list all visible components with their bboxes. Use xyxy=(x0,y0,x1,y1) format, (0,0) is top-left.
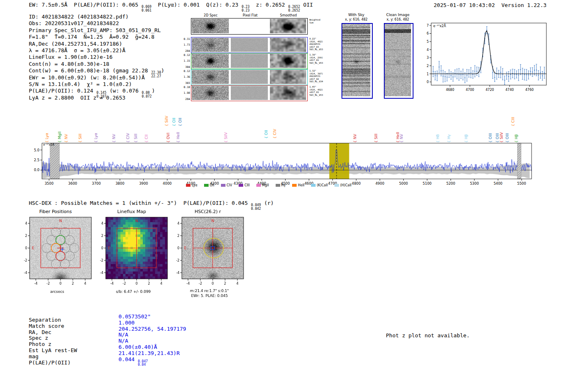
spectral-line-label: { SiIV xyxy=(224,132,228,143)
version-label: Version 1.22.3 xyxy=(502,2,547,8)
spectral-line-label: { OII xyxy=(178,118,182,126)
hsc-cutout-panel: HSC(26.2) r -4-4-2-2002244NE m:21.4 re:1… xyxy=(169,208,247,301)
spectral-line-label: { SiIV xyxy=(499,132,504,143)
match-field-value: 21.41(21.39,21.43)R xyxy=(118,350,180,357)
svg-text:3900: 3900 xyxy=(139,181,148,186)
cutout-row-annotation: 1.32"(614, 307)20220531v017_02503_RL_034 xyxy=(309,70,328,83)
spectral-line-label: { CIV xyxy=(273,129,277,139)
svg-text:2: 2 xyxy=(224,282,226,285)
svg-text:-4: -4 xyxy=(176,271,179,275)
smoothed-cutout xyxy=(270,38,306,52)
spectral-line-label: { Hβ xyxy=(464,134,468,143)
spectral-line-label: { OII xyxy=(264,130,268,139)
flat-cutout xyxy=(231,19,268,33)
legend-label: (H)CaII xyxy=(340,183,351,187)
fiber-positions-title: Fiber Positions xyxy=(16,208,95,214)
svg-text:5200: 5200 xyxy=(446,181,455,186)
flat-cutout xyxy=(231,54,268,68)
cutout-row-stats: 0.121.36303 xyxy=(179,70,190,84)
match-field-label: Spec z xyxy=(29,335,118,341)
svg-text:2: 2 xyxy=(427,64,429,68)
timestamp: 2025-01-07 10:43:02 xyxy=(434,2,495,8)
fiber-positions-axes: -4-4-2-2002244NE xyxy=(16,215,95,288)
match-field-label: P(LAE)/P(OII) xyxy=(29,360,118,366)
svg-text:E: E xyxy=(108,246,110,250)
lineflux-caption: s/b: 6.47 +/- 0.099 xyxy=(98,290,168,294)
match-field-label: Separation xyxy=(29,317,118,323)
svg-text:4700: 4700 xyxy=(466,88,474,92)
lineflux-map-panel: Lineflux Map -4-4-2-2002244NE s/b: 6.47 … xyxy=(93,208,171,301)
cutout-row xyxy=(191,18,308,35)
timestamp-version: 2025-01-07 10:43:02Version 1.22.3 xyxy=(434,2,546,8)
info-line: EWr = 10.00(±0.92) (w: 8.20(±0.54))Å xyxy=(29,74,164,81)
legend-swatch-icon xyxy=(256,184,261,187)
info-line: P(LAE)/P(OII): 0.124 0.1450.107 (w: 0.07… xyxy=(29,88,164,94)
match-field-label: Est LyA rest-EW xyxy=(29,348,118,354)
cutout-row-annotation: 0.22"(616, 482)20220531v017_03503_RL_053 xyxy=(309,37,328,51)
spec2d-cutout xyxy=(192,19,229,33)
match-field-value: N/A xyxy=(118,332,128,338)
svg-text:5.0: 5.0 xyxy=(34,148,39,152)
flat-cutout xyxy=(231,70,268,84)
svg-text:-4: -4 xyxy=(186,282,190,285)
legend-item: Hγ xyxy=(276,183,286,187)
svg-text:4: 4 xyxy=(84,282,86,285)
svg-text:0: 0 xyxy=(59,282,61,285)
with-sky-coords: x, y: 616, 482 xyxy=(341,18,372,21)
spectral-line-label: { OII xyxy=(172,118,176,126)
svg-text:5300: 5300 xyxy=(470,181,479,186)
with-sky-title: With Sky xyxy=(341,13,372,17)
legend-item: CIV xyxy=(221,183,232,187)
legend-swatch-icon xyxy=(186,184,190,187)
spectral-line-label: { MgII xyxy=(58,132,62,143)
svg-text:E: E xyxy=(32,246,34,250)
svg-text:3700: 3700 xyxy=(92,181,101,186)
cutout-row xyxy=(191,53,308,69)
svg-text:3600: 3600 xyxy=(68,181,77,186)
detection-info-block: ID: 4021834822 (4021834822.pdf)Obs: 2022… xyxy=(29,14,164,101)
cutout-row-stats: 0.101.98284 xyxy=(179,86,190,100)
svg-text:4: 4 xyxy=(236,282,238,285)
svg-text:2: 2 xyxy=(148,282,150,285)
smoothed-cutout xyxy=(270,70,306,84)
svg-text:3: 3 xyxy=(427,56,429,60)
info-line: F=1.8" T̄=0.174 N̄=1.25 Ā=0.92 ḡ=24.8 xyxy=(29,34,164,40)
hsc-caption-1: m:21.4 re:1.7" s:0.1" xyxy=(174,289,244,293)
svg-text:-2: -2 xyxy=(24,259,27,262)
match-field-label: Match score xyxy=(29,323,118,329)
info-line: λ = 4716.78Å σ = 3.05(±0.22)Å xyxy=(29,47,164,54)
svg-text:N: N xyxy=(59,219,62,223)
clean-image-title: Clean Image xyxy=(383,13,413,17)
catalog-match-table: Separation0.0573502"Match score1.000RA, … xyxy=(29,317,186,366)
spectral-line-label: { NV xyxy=(353,134,357,143)
legend-swatch-icon xyxy=(221,184,225,187)
spectral-line-label: { NV xyxy=(399,134,404,143)
spectral-line-label: { CIII xyxy=(511,117,515,126)
spec2d-cutout xyxy=(192,70,229,84)
svg-text:0: 0 xyxy=(101,246,103,250)
full-spectrum-plot: 3500360037003800390040004100420043004400… xyxy=(25,140,543,188)
legend-item: (H)CaII xyxy=(334,183,351,187)
clean-image-coords: x, y: 616, 482 xyxy=(383,18,413,21)
hsc-cutout-axes: -4-4-2-2002244NE xyxy=(169,215,247,288)
svg-text:0: 0 xyxy=(211,282,214,285)
info-line: Primary Spec_Slot_IFU_AMP: 503_051_079_R… xyxy=(29,27,164,34)
svg-text:4: 4 xyxy=(160,282,162,285)
svg-text:2: 2 xyxy=(25,234,27,238)
clean-image xyxy=(385,24,411,96)
svg-text:5100: 5100 xyxy=(423,181,432,186)
info-line: Cont(n) = 4.80(±0.30)e-18 xyxy=(29,61,164,67)
match-field-value: N/A xyxy=(118,338,128,344)
match-table-row: P(LAE)/P(OII)0.044 0.0470.04 xyxy=(29,360,186,366)
cutout-row-annotation: 1.45"(616, 482)v017_01503_RL_053 xyxy=(309,86,328,96)
spectral-line-label: { HeII xyxy=(176,132,180,143)
svg-text:-2: -2 xyxy=(100,259,103,262)
smoothed-cutout xyxy=(270,19,306,33)
cutout-col-header: Pixel Flat xyxy=(232,14,269,17)
match-field-label: RA, Dec xyxy=(29,329,118,336)
svg-text:4760: 4760 xyxy=(525,88,534,92)
legend-label: (K)CaII xyxy=(317,183,328,187)
with-sky-image-frame xyxy=(341,23,373,99)
fiber-positions-panel: Fiber Positions -4-4-2-2002244NE arcsecs xyxy=(16,208,95,301)
spectrum-legend: LyαOIICIVCIIIMgIIHγHeII(K)CaII(H)CaII xyxy=(186,183,351,187)
